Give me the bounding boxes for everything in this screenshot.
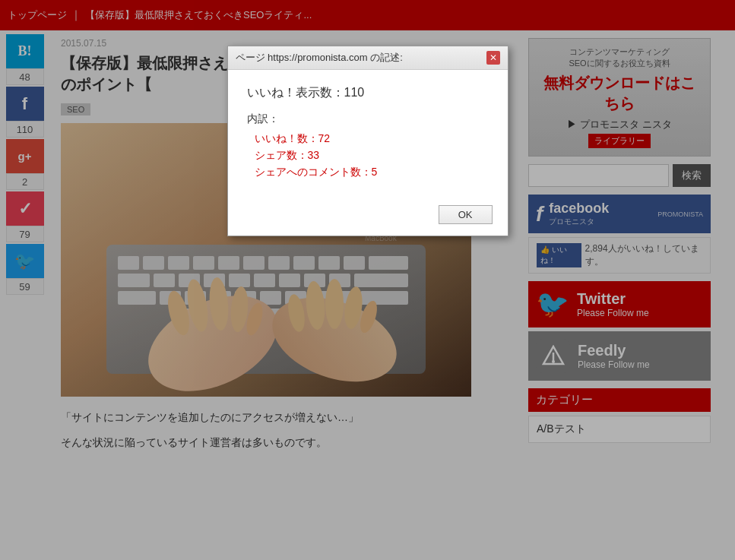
modal-ok-button[interactable]: OK bbox=[439, 205, 493, 224]
modal-detail-item-1: いいね！数：72 bbox=[255, 132, 489, 146]
modal-body: いいね！表示数：110 内訳： いいね！数：72 シェア数：33 シェアへのコメ… bbox=[228, 70, 508, 198]
modal-main-text: いいね！表示数：110 bbox=[247, 85, 489, 101]
modal-footer: OK bbox=[228, 198, 508, 236]
modal-close-button[interactable]: ✕ bbox=[486, 51, 500, 65]
modal-overlay[interactable]: ページ https://promonista.com の記述: ✕ いいね！表示… bbox=[0, 0, 735, 560]
modal-detail-label: 内訳： bbox=[247, 112, 489, 126]
modal-titlebar: ページ https://promonista.com の記述: ✕ bbox=[228, 46, 508, 70]
modal-detail-item-2: シェア数：33 bbox=[255, 149, 489, 163]
modal-title: ページ https://promonista.com の記述: bbox=[236, 51, 403, 65]
modal-dialog: ページ https://promonista.com の記述: ✕ いいね！表示… bbox=[227, 46, 508, 236]
modal-detail-item-3: シェアへのコメント数：5 bbox=[255, 166, 489, 179]
